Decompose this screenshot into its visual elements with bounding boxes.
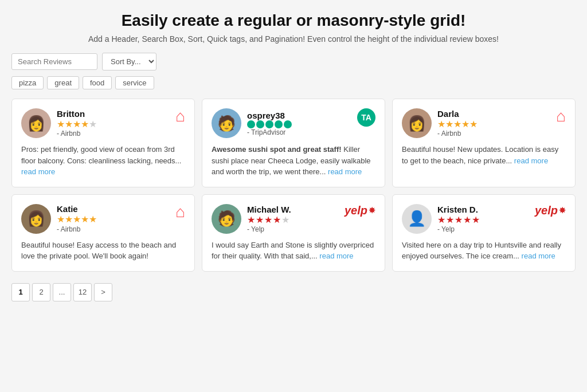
review-text: Pros: pet friendly, good view of ocean f…	[21, 144, 185, 178]
star-filled: ★	[81, 214, 89, 224]
review-text: Beautiful house! Easy access to the beac…	[21, 240, 185, 262]
review-text: I would say Earth and Stone is slightly …	[212, 240, 375, 262]
card-header: 🧑 Michael W. ★★★★★ - Yelp yelp✸	[212, 204, 375, 234]
star-circle	[247, 120, 255, 128]
star-circle	[265, 120, 273, 128]
star-rating: ★★★★★	[247, 214, 291, 225]
star-rating: ★★★★★	[57, 214, 97, 225]
reviewer-details: Michael W. ★★★★★ - Yelp	[247, 205, 291, 233]
star-filled: ★	[469, 119, 478, 129]
platform-label: - Yelp	[437, 225, 480, 233]
review-bold-text: Awesome sushi spot and great staff!	[212, 145, 342, 154]
star: ★	[437, 214, 445, 225]
star-filled: ★	[65, 214, 73, 224]
platform-label: - Airbnb	[57, 225, 97, 233]
read-more-link[interactable]: read more	[21, 167, 55, 176]
pagination-page-1[interactable]: 1	[11, 283, 30, 301]
reviewer-info: 👩 Britton ★★★★★ - Airbnb	[21, 108, 97, 138]
star: ★	[455, 214, 463, 225]
review-text: Awesome sushi spot and great staff! Kill…	[212, 144, 375, 178]
page-subtitle: Add a Header, Search Box, Sort, Quick ta…	[11, 34, 576, 44]
star-filled: ★	[73, 214, 81, 224]
reviewer-name: Britton	[57, 109, 97, 119]
star: ★	[472, 214, 480, 225]
reviewer-details: Katie ★★★★★ - Airbnb	[57, 204, 97, 233]
reviewer-info: 👤 Kristen D. ★★★★★ - Yelp	[402, 204, 480, 234]
read-more-link[interactable]: read more	[328, 167, 362, 176]
airbnb-icon: ⌂	[556, 108, 566, 124]
star-filled: ★	[57, 119, 65, 129]
star-rating	[247, 120, 292, 128]
pagination-page-2[interactable]: 2	[32, 283, 50, 301]
read-more-link[interactable]: read more	[522, 252, 555, 260]
star-filled: ★	[57, 214, 65, 224]
review-card: 👩 Katie ★★★★★ - Airbnb ⌂ Beautiful house…	[11, 194, 195, 272]
card-header: 👩 Katie ★★★★★ - Airbnb ⌂	[21, 204, 185, 234]
yelp-icon: yelp✸	[535, 204, 566, 217]
star-filled: ★	[445, 119, 453, 129]
platform-label: - Yelp	[247, 225, 291, 233]
review-card: 👩 Britton ★★★★★ - Airbnb ⌂ Pros: pet fri…	[11, 99, 195, 187]
avatar: 👩	[402, 108, 432, 138]
quick-tags: pizzagreatfoodservice	[11, 76, 576, 89]
star: ★	[247, 214, 255, 225]
star: ★	[273, 214, 281, 225]
star-empty: ★	[89, 119, 97, 129]
pagination-next[interactable]: >	[94, 283, 112, 301]
platform-label: - Airbnb	[437, 130, 478, 138]
star-rating: ★★★★★	[57, 119, 97, 130]
star: ★	[281, 214, 289, 225]
star-filled: ★	[437, 119, 445, 129]
star-filled: ★	[65, 119, 73, 129]
review-card: 🧑 osprey38 - TripAdvisor TA Awesome sush…	[202, 99, 385, 187]
reviewer-info: 🧑 osprey38 - TripAdvisor	[212, 108, 292, 138]
star-circle	[275, 120, 283, 128]
card-header: 👤 Kristen D. ★★★★★ - Yelp yelp✸	[402, 204, 566, 234]
avatar: 🧑	[212, 204, 241, 234]
tag-great[interactable]: great	[47, 76, 79, 89]
review-card: 🧑 Michael W. ★★★★★ - Yelp yelp✸ I would …	[202, 194, 385, 272]
review-text: Visited here on a day trip to Huntsville…	[402, 240, 566, 262]
page-header: Easily create a regular or masonry-style…	[11, 11, 576, 44]
reviewer-details: Britton ★★★★★ - Airbnb	[57, 109, 97, 138]
star: ★	[264, 214, 272, 225]
read-more-link[interactable]: read more	[514, 156, 548, 165]
reviewer-info: 👩 Katie ★★★★★ - Airbnb	[21, 204, 97, 234]
card-header: 🧑 osprey38 - TripAdvisor TA	[212, 108, 375, 138]
star: ★	[463, 214, 471, 225]
star: ★	[446, 214, 454, 225]
reviewer-info: 🧑 Michael W. ★★★★★ - Yelp	[212, 204, 291, 234]
reviewer-details: osprey38 - TripAdvisor	[247, 111, 292, 136]
pagination-page-...[interactable]: ...	[53, 283, 71, 301]
tag-pizza[interactable]: pizza	[11, 76, 44, 89]
star-rating: ★★★★★	[437, 119, 478, 130]
read-more-link[interactable]: read more	[319, 252, 353, 260]
avatar: 👤	[402, 204, 432, 234]
star-filled: ★	[453, 119, 461, 129]
review-card: 👤 Kristen D. ★★★★★ - Yelp yelp✸ Visited …	[392, 194, 576, 272]
reviewer-details: Darla ★★★★★ - Airbnb	[437, 109, 478, 138]
yelp-icon: yelp✸	[345, 204, 375, 217]
reviewer-name: osprey38	[247, 111, 292, 120]
pagination-page-12[interactable]: 12	[73, 283, 92, 301]
airbnb-icon: ⌂	[175, 204, 185, 220]
tag-food[interactable]: food	[83, 76, 112, 89]
card-header: 👩 Britton ★★★★★ - Airbnb ⌂	[21, 108, 185, 138]
airbnb-icon: ⌂	[175, 108, 185, 124]
card-header: 👩 Darla ★★★★★ - Airbnb ⌂	[402, 108, 566, 138]
reviewer-name: Darla	[437, 109, 478, 119]
star-filled: ★	[73, 119, 81, 129]
tag-service[interactable]: service	[115, 76, 154, 89]
avatar: 🧑	[212, 108, 241, 138]
sort-select[interactable]: Sort By...	[102, 53, 156, 70]
pagination: 12...12>	[11, 283, 576, 301]
platform-label: - Airbnb	[57, 130, 97, 138]
star-filled: ★	[461, 119, 469, 129]
search-input[interactable]	[11, 53, 97, 70]
star-circle	[284, 120, 292, 128]
reviews-grid: 👩 Britton ★★★★★ - Airbnb ⌂ Pros: pet fri…	[11, 99, 576, 272]
star-filled: ★	[89, 214, 97, 224]
reviewer-name: Michael W.	[247, 205, 291, 214]
review-text: Beautiful house! New updates. Location i…	[402, 144, 566, 166]
avatar: 👩	[21, 108, 51, 138]
